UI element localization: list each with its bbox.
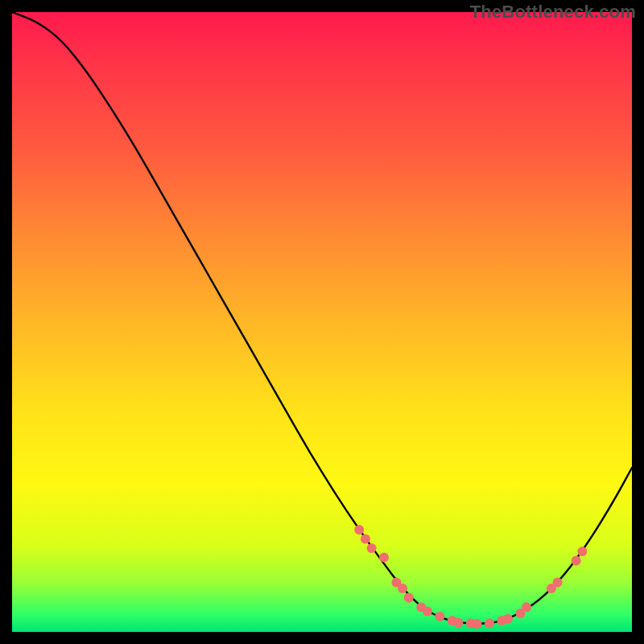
- data-marker: [503, 614, 513, 624]
- bottleneck-curve: [12, 12, 632, 624]
- chart-svg: [12, 12, 632, 632]
- data-marker: [522, 602, 531, 612]
- chart-frame: [12, 12, 632, 632]
- data-marker: [435, 612, 444, 621]
- data-marker: [423, 607, 432, 617]
- data-marker: [473, 619, 482, 629]
- marker-group: [354, 525, 587, 629]
- data-marker: [572, 556, 581, 566]
- data-marker: [379, 553, 389, 563]
- data-marker: [367, 543, 377, 553]
- data-marker: [404, 593, 414, 603]
- data-marker: [361, 535, 370, 544]
- data-marker: [354, 525, 364, 535]
- data-marker: [485, 618, 494, 628]
- watermark-text: TheBottleneck.com: [470, 2, 636, 23]
- data-marker: [398, 584, 407, 593]
- data-marker: [553, 577, 563, 587]
- data-marker: [577, 547, 587, 556]
- data-marker: [453, 618, 463, 628]
